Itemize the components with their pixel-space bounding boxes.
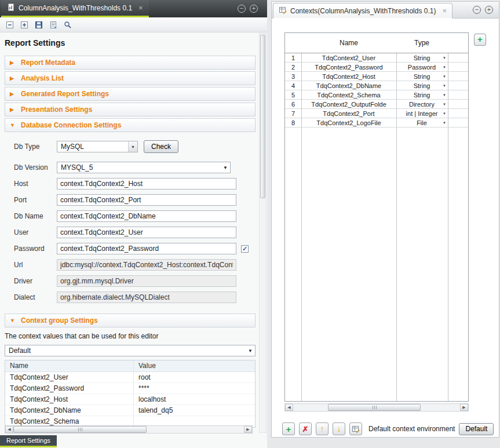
scroll-left-icon[interactable]: ◀ <box>285 404 293 411</box>
context-name-cell: TdqContext2_User <box>5 372 134 383</box>
table-row[interactable]: 4 TdqContext2_DbName String▼ <box>285 81 468 90</box>
move-up-button[interactable]: ↑ <box>316 422 329 435</box>
maximize-icon[interactable]: + <box>485 6 493 14</box>
context-type-select[interactable]: String▼ <box>396 53 447 62</box>
scroll-right-icon[interactable]: ▶ <box>244 426 252 433</box>
check-connection-button[interactable]: Check <box>144 140 178 153</box>
scroll-right-icon[interactable]: ▶ <box>460 404 468 411</box>
editor-tabbar: ColumnAnalysis_WithThresholds 0.1 × − + <box>0 0 267 17</box>
chevron-down-icon: ▼ <box>443 65 446 69</box>
context-name-cell[interactable]: TdqContext2_Schema <box>301 90 396 99</box>
section-database-connection-settings[interactable]: ▼ Database Connection Settings <box>5 118 256 132</box>
section-label: Analysis List <box>21 74 64 82</box>
type-value: File <box>417 119 427 126</box>
context-name-cell[interactable]: TdqContext2_OutputFolde <box>301 100 396 108</box>
collapse-all-icon[interactable] <box>3 19 16 31</box>
section-report-metadata[interactable]: ▶ Report Metadata <box>5 56 256 70</box>
context-name-cell[interactable]: TdqContext2_Port <box>301 109 396 118</box>
add-context-variable-button[interactable]: + <box>474 34 486 46</box>
context-type-select[interactable]: int | Integer▼ <box>396 109 447 118</box>
bottom-tab-report-settings[interactable]: Report Settings <box>0 435 57 447</box>
scrollbar-thumb[interactable] <box>328 404 421 411</box>
minimize-icon[interactable]: − <box>473 6 481 14</box>
table-row[interactable]: 8 TdqContext2_LogoFile File▼ <box>285 118 468 128</box>
remove-row-button[interactable]: ✗ <box>299 422 312 435</box>
password-label: Password <box>14 245 57 253</box>
context-name-cell[interactable]: TdqContext2_Host <box>301 72 396 81</box>
context-name-cell[interactable]: TdqContext2_Password <box>301 63 396 71</box>
contexts-table: Name Type 1 TdqContext2_User String▼ 2 T… <box>284 32 469 402</box>
port-input[interactable] <box>57 194 236 206</box>
host-label: Host <box>14 180 57 188</box>
close-tab-icon[interactable]: × <box>138 5 143 12</box>
section-label: Presentation Settings <box>21 105 92 114</box>
context-name-cell[interactable]: TdqContext2_DbName <box>301 81 396 90</box>
context-type-select[interactable]: String▼ <box>396 90 447 99</box>
table-row[interactable]: 5 TdqContext2_Schema String▼ <box>285 90 468 100</box>
scrollbar-track[interactable] <box>293 404 460 411</box>
row-number: 1 <box>285 53 301 62</box>
scrollbar-thumb[interactable] <box>260 35 265 198</box>
scrollbar-thumb[interactable] <box>13 426 147 433</box>
row-number: 7 <box>285 109 301 118</box>
table-row[interactable]: TdqContext2_Password **** <box>5 383 255 394</box>
default-environment-button[interactable]: Default <box>459 423 494 435</box>
context-group-select[interactable]: Default ▼ <box>5 345 256 356</box>
table-row[interactable]: 6 TdqContext2_OutputFolde Directory▼ <box>285 100 468 109</box>
table-row[interactable]: 7 TdqContext2_Port int | Integer▼ <box>285 109 468 118</box>
maximize-icon[interactable]: + <box>250 5 258 13</box>
context-type-select[interactable]: Directory▼ <box>396 100 447 108</box>
context-type-select[interactable]: String▼ <box>396 81 447 90</box>
expand-all-icon[interactable] <box>18 19 31 31</box>
db-version-select[interactable]: MYSQL_5 ▼ <box>57 162 231 173</box>
close-tab-icon[interactable]: × <box>442 8 447 14</box>
table-row[interactable]: TdqContext2_User root <box>5 372 255 383</box>
scroll-left-icon[interactable]: ◀ <box>5 426 13 433</box>
generate-report-icon[interactable] <box>47 19 60 31</box>
section-presentation-settings[interactable]: ▶ Presentation Settings <box>5 103 256 116</box>
password-checkbox[interactable]: ✓ <box>241 245 249 253</box>
type-value: int | Integer <box>406 110 438 117</box>
host-input[interactable] <box>57 178 236 190</box>
table-row[interactable]: 1 TdqContext2_User String▼ <box>285 53 468 63</box>
chevron-down-icon: ▼ <box>443 103 446 106</box>
row-number-header <box>285 33 301 53</box>
password-input[interactable] <box>57 243 236 254</box>
section-context-group-settings[interactable]: ▼ Context group Settings <box>5 314 256 327</box>
manage-contexts-button[interactable] <box>349 422 362 435</box>
section-label: Context group Settings <box>21 316 98 325</box>
table-row[interactable]: TdqContext2_Host localhost <box>5 394 255 405</box>
add-row-button[interactable]: + <box>282 422 295 435</box>
save-icon[interactable] <box>32 19 45 31</box>
tab-report-editor[interactable]: ColumnAnalysis_WithThresholds 0.1 × <box>1 0 149 17</box>
minimize-icon[interactable]: − <box>238 5 246 13</box>
section-generated-report-settings[interactable]: ▶ Generated Report Settings <box>5 87 256 101</box>
table-row[interactable]: 2 TdqContext2_Password Password▼ <box>285 63 468 72</box>
context-type-select[interactable]: File▼ <box>396 118 447 127</box>
table-row[interactable]: 3 TdqContext2_Host String▼ <box>285 72 468 81</box>
chevron-down-icon: ▼ <box>443 112 446 115</box>
context-name-cell: TdqContext2_DbName <box>5 405 134 416</box>
empty-cell <box>447 109 468 118</box>
context-type-select[interactable]: String▼ <box>396 72 447 81</box>
db-name-label: Db Name <box>14 212 57 220</box>
vertical-scrollbar[interactable] <box>259 33 267 433</box>
db-name-input[interactable] <box>57 210 236 222</box>
type-column-header: Type <box>396 33 447 53</box>
tab-title: ColumnAnalysis_WithThresholds 0.1 <box>19 4 132 12</box>
scrollbar-track[interactable] <box>13 426 244 433</box>
port-label: Port <box>14 196 57 204</box>
tab-contexts[interactable]: Contexts(ColumnAnalysis_WithThresholds 0… <box>273 3 452 19</box>
user-input[interactable] <box>57 227 236 238</box>
search-icon[interactable] <box>61 19 74 31</box>
context-name-cell[interactable]: TdqContext2_LogoFile <box>301 118 396 127</box>
context-type-select[interactable]: Password▼ <box>396 63 447 71</box>
section-analysis-list[interactable]: ▶ Analysis List <box>5 71 256 85</box>
url-field <box>57 259 236 271</box>
move-down-button[interactable]: ↓ <box>333 422 345 435</box>
db-type-select[interactable]: MySQL ▼ <box>57 141 138 152</box>
context-name-cell[interactable]: TdqContext2_User <box>301 53 396 62</box>
view-controls: − + <box>473 6 493 14</box>
table-row[interactable]: TdqContext2_DbName talend_dq5 <box>5 405 255 416</box>
chevron-down-icon: ▼ <box>443 93 446 97</box>
